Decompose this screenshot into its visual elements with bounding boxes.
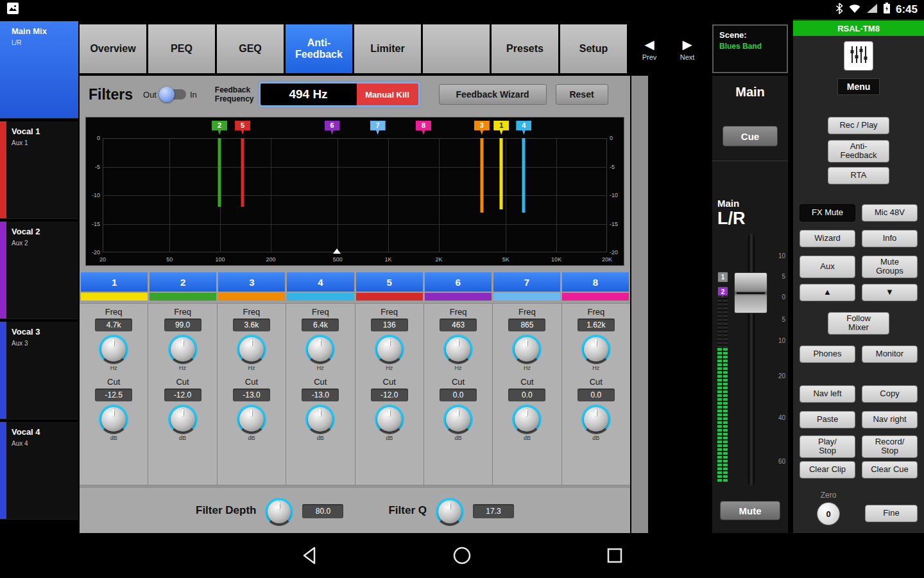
filter-tab-5[interactable]: 5 bbox=[356, 272, 423, 292]
freq-value[interactable]: 99.0 bbox=[164, 319, 201, 331]
filter-depth-value[interactable]: 80.0 bbox=[302, 504, 343, 518]
filter-flag-2[interactable]: 2 bbox=[212, 121, 227, 135]
freq-knob[interactable] bbox=[375, 335, 404, 364]
sidebar-item-vocal-3[interactable]: Vocal 3 Aux 3 bbox=[0, 322, 78, 419]
tab-anti-feedback[interactable]: Anti- Feedback bbox=[286, 24, 352, 73]
tab-limiter[interactable]: Limiter bbox=[354, 24, 421, 73]
clear-clip-button[interactable]: Clear Clip bbox=[800, 461, 855, 478]
freq-value[interactable]: 3.6k bbox=[233, 319, 270, 331]
freq-value[interactable]: 865 bbox=[508, 319, 545, 331]
fx-mute-button[interactable]: FX Mute bbox=[800, 204, 855, 222]
filter-tab-4[interactable]: 4 bbox=[287, 272, 354, 292]
sidebar-item-vocal-1[interactable]: Vocal 1 Aux 1 bbox=[0, 121, 78, 219]
freq-knob[interactable] bbox=[443, 335, 473, 364]
scene-box[interactable]: Scene: Blues Band bbox=[712, 24, 788, 73]
filter-depth-knob[interactable] bbox=[265, 498, 293, 526]
freq-value[interactable]: 136 bbox=[371, 319, 408, 331]
freq-value[interactable]: 4.7k bbox=[95, 319, 132, 331]
filter-flag-3[interactable]: 3 bbox=[474, 121, 490, 135]
filter-tab-1[interactable]: 1 bbox=[81, 272, 148, 292]
copy-button[interactable]: Copy bbox=[862, 385, 918, 403]
zero-knob[interactable]: 0 bbox=[817, 502, 840, 525]
up-arrow-button[interactable]: ▲ bbox=[800, 284, 855, 301]
mute-groups-button[interactable]: Mute Groups bbox=[862, 256, 918, 278]
back-button[interactable] bbox=[299, 545, 320, 566]
fader-track[interactable] bbox=[748, 234, 755, 486]
filter-q-knob[interactable] bbox=[436, 498, 464, 526]
filter-flag-6[interactable]: 6 bbox=[325, 121, 340, 135]
cue-button[interactable]: Cue bbox=[723, 126, 778, 146]
nav-right-button[interactable]: Nav right bbox=[862, 411, 918, 428]
freq-value[interactable]: 6.4k bbox=[302, 319, 339, 331]
cut-knob[interactable] bbox=[443, 405, 473, 434]
record-stop-button[interactable]: Record/ Stop bbox=[862, 435, 918, 458]
sidebar-item-main-mix[interactable]: Main Mix L/R bbox=[0, 21, 78, 119]
phones-button[interactable]: Phones bbox=[800, 346, 855, 363]
tab-setup[interactable]: Setup bbox=[560, 24, 627, 73]
play-stop-button[interactable]: Play/ Stop bbox=[800, 435, 855, 458]
reset-button[interactable]: Reset bbox=[556, 84, 608, 105]
cut-knob[interactable] bbox=[512, 405, 542, 434]
paste-button[interactable]: Paste bbox=[800, 411, 855, 428]
monitor-button[interactable]: Monitor bbox=[862, 346, 918, 363]
cut-value[interactable]: -13.0 bbox=[233, 389, 270, 401]
clear-cue-button[interactable]: Clear Cue bbox=[862, 461, 918, 478]
follow-mixer-button[interactable]: Follow Mixer bbox=[828, 312, 889, 335]
freq-knob[interactable] bbox=[168, 335, 198, 364]
filter-tab-6[interactable]: 6 bbox=[425, 272, 492, 292]
freq-knob[interactable] bbox=[237, 335, 266, 364]
freq-knob[interactable] bbox=[99, 335, 128, 364]
cut-knob[interactable] bbox=[99, 405, 128, 434]
filter-q-value[interactable]: 17.3 bbox=[473, 504, 514, 518]
aux-button[interactable]: Aux bbox=[800, 256, 855, 278]
cut-knob[interactable] bbox=[581, 405, 611, 434]
sidebar-item-vocal-4[interactable]: Vocal 4 Aux 4 bbox=[0, 422, 78, 520]
anti-feedback-button[interactable]: Anti- Feedback bbox=[828, 140, 889, 162]
cut-value[interactable]: -13.0 bbox=[302, 389, 339, 401]
tab-geq[interactable]: GEQ bbox=[217, 24, 284, 73]
nav-left-button[interactable]: Nav left bbox=[800, 385, 855, 403]
cut-knob[interactable] bbox=[305, 405, 335, 434]
filter-flag-5[interactable]: 5 bbox=[235, 121, 250, 135]
freq-knob[interactable] bbox=[512, 335, 542, 364]
freq-knob[interactable] bbox=[305, 335, 335, 364]
filter-tab-7[interactable]: 7 bbox=[493, 272, 560, 292]
wizard-button[interactable]: Wizard bbox=[800, 230, 855, 247]
mute-button[interactable]: Mute bbox=[720, 501, 780, 520]
filter-tab-2[interactable]: 2 bbox=[150, 272, 216, 292]
tab-peq[interactable]: PEQ bbox=[148, 24, 215, 73]
filter-flag-8[interactable]: 8 bbox=[416, 121, 431, 135]
freq-value[interactable]: 1.62k bbox=[578, 319, 615, 331]
menu-button[interactable]: Menu bbox=[837, 78, 880, 95]
cut-knob[interactable] bbox=[168, 405, 198, 434]
filter-flag-7[interactable]: 7 bbox=[370, 121, 386, 135]
cut-value[interactable]: -12.5 bbox=[95, 389, 132, 401]
cut-value[interactable]: 0.0 bbox=[578, 389, 615, 401]
info-button[interactable]: Info bbox=[862, 230, 918, 247]
freq-value[interactable]: 463 bbox=[440, 319, 477, 331]
filters-in-out-toggle[interactable] bbox=[160, 89, 186, 100]
cut-knob[interactable] bbox=[237, 405, 266, 434]
feedback-wizard-button[interactable]: Feedback Wizard bbox=[439, 84, 547, 105]
prev-button[interactable]: ◄ Prev bbox=[634, 24, 665, 73]
filter-tab-3[interactable]: 3 bbox=[218, 272, 285, 292]
assign-box-1[interactable]: 1 bbox=[717, 272, 728, 283]
filter-flag-4[interactable]: 4 bbox=[516, 121, 531, 135]
rta-button[interactable]: RTA bbox=[828, 167, 889, 184]
sidebar-item-vocal-2[interactable]: Vocal 2 Aux 2 bbox=[0, 222, 78, 319]
cut-value[interactable]: 0.0 bbox=[440, 389, 477, 401]
freq-knob[interactable] bbox=[581, 335, 611, 364]
fader-handle[interactable] bbox=[734, 272, 767, 313]
mic-48v-button[interactable]: Mic 48V bbox=[862, 204, 918, 222]
fine-button[interactable]: Fine bbox=[865, 505, 918, 522]
cut-value[interactable]: -12.0 bbox=[164, 389, 201, 401]
mixer-view-button[interactable] bbox=[844, 41, 873, 71]
filter-tab-8[interactable]: 8 bbox=[562, 272, 629, 292]
down-arrow-button[interactable]: ▼ bbox=[862, 284, 918, 301]
cut-knob[interactable] bbox=[375, 405, 404, 434]
filter-flag-1[interactable]: 1 bbox=[493, 121, 509, 135]
home-button[interactable] bbox=[452, 545, 472, 566]
rec-play-button[interactable]: Rec / Play bbox=[828, 117, 889, 134]
cut-value[interactable]: -12.0 bbox=[371, 389, 408, 401]
next-button[interactable]: ► Next bbox=[672, 24, 703, 73]
